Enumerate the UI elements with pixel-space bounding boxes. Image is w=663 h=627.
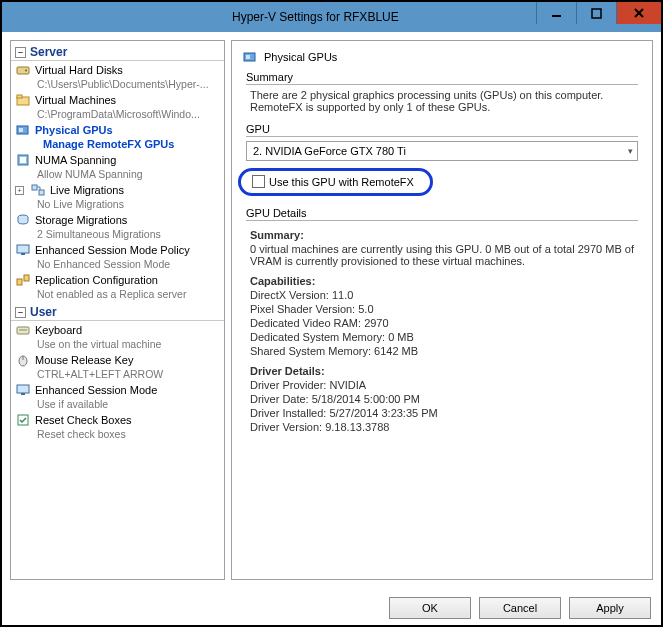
svg-rect-18	[24, 275, 29, 281]
summary-section: Summary There are 2 physical graphics pr…	[246, 71, 638, 113]
tree-item-physical-gpus[interactable]: Physical GPUs Manage RemoteFX GPUs	[13, 121, 222, 151]
storage-icon	[15, 212, 31, 228]
gpu-section: GPU 2. NVIDIA GeForce GTX 780 Ti ▾ Use t…	[246, 123, 638, 433]
cap-directx: DirectX Version: 11.0	[250, 289, 634, 301]
cap-vram: Dedicated Video RAM: 2970	[250, 317, 634, 329]
svg-rect-11	[20, 157, 26, 163]
cap-dedicated-sysmem: Dedicated System Memory: 0 MB	[250, 331, 634, 343]
monitor-icon	[15, 382, 31, 398]
drv-version: Driver Version: 9.18.13.3788	[250, 421, 634, 433]
gpu-details-body: Summary: 0 virtual machines are currentl…	[246, 229, 638, 433]
gpu-details-title: GPU Details	[246, 207, 638, 221]
use-gpu-checkbox-label: Use this GPU with RemoteFX	[269, 176, 414, 188]
svg-rect-12	[32, 185, 37, 190]
apply-button[interactable]: Apply	[569, 597, 651, 619]
details-heading-text: Physical GPUs	[264, 51, 337, 63]
details-summary-text: 0 virtual machines are currently using t…	[250, 243, 634, 267]
svg-rect-4	[17, 67, 29, 74]
svg-rect-27	[246, 55, 250, 59]
drv-provider: Driver Provider: NVIDIA	[250, 379, 634, 391]
svg-rect-17	[17, 279, 22, 285]
use-gpu-checkbox-row[interactable]: Use this GPU with RemoteFX	[246, 175, 638, 188]
cap-shared-sysmem: Shared System Memory: 6142 MB	[250, 345, 634, 357]
section-user-label: User	[30, 305, 57, 319]
chevron-down-icon: ▾	[628, 146, 633, 156]
window-titlebar: Hyper-V Settings for RFXBLUE	[2, 2, 661, 32]
svg-rect-24	[21, 393, 25, 395]
tree-item-replication[interactable]: Replication Configuration Not enabled as…	[13, 271, 222, 301]
tree-item-mouse-release[interactable]: Mouse Release Key CTRL+ALT+LEFT ARROW	[13, 351, 222, 381]
replication-icon	[15, 272, 31, 288]
details-driver-label: Driver Details:	[250, 365, 634, 377]
gpu-dropdown[interactable]: 2. NVIDIA GeForce GTX 780 Ti ▾	[246, 141, 638, 161]
svg-rect-7	[17, 95, 22, 98]
window-maximize-button[interactable]	[576, 2, 616, 24]
mouse-icon	[15, 352, 31, 368]
ok-button[interactable]: OK	[389, 597, 471, 619]
details-summary-label: Summary:	[250, 229, 634, 241]
cap-pixelshader: Pixel Shader Version: 5.0	[250, 303, 634, 315]
tree-item-virtual-machines[interactable]: Virtual Machines C:\ProgramData\Microsof…	[13, 91, 222, 121]
gpu-title: GPU	[246, 123, 638, 137]
settings-tree: – Server Virtual Hard Disks C:\Users\Pub…	[10, 40, 225, 580]
disk-icon	[15, 62, 31, 78]
drv-installed: Driver Installed: 5/27/2014 3:23:35 PM	[250, 407, 634, 419]
chip-icon	[15, 152, 31, 168]
reset-icon	[15, 412, 31, 428]
section-user[interactable]: – User	[11, 301, 224, 321]
tree-item-storage-migrations[interactable]: Storage Migrations 2 Simultaneous Migrat…	[13, 211, 222, 241]
dialog-client-area: – Server Virtual Hard Disks C:\Users\Pub…	[2, 32, 661, 625]
gpu-icon	[15, 122, 31, 138]
summary-text: There are 2 physical graphics processing…	[246, 89, 638, 113]
window-close-button[interactable]	[616, 2, 661, 24]
tree-subitem-manage-remotefx[interactable]: Manage RemoteFX GPUs	[15, 138, 222, 150]
svg-point-5	[25, 70, 27, 72]
svg-rect-9	[19, 128, 23, 132]
svg-rect-13	[39, 190, 44, 195]
tree-item-live-migrations[interactable]: +Live Migrations No Live Migrations	[13, 181, 222, 211]
cancel-button[interactable]: Cancel	[479, 597, 561, 619]
summary-title: Summary	[246, 71, 638, 85]
gpu-dropdown-value: 2. NVIDIA GeForce GTX 780 Ti	[253, 145, 406, 157]
svg-rect-15	[17, 245, 29, 253]
svg-rect-16	[21, 253, 25, 255]
collapse-icon: –	[15, 47, 26, 58]
details-caps-label: Capabilities:	[250, 275, 634, 287]
details-heading: Physical GPUs	[232, 41, 652, 71]
section-server-label: Server	[30, 45, 67, 59]
keyboard-icon	[15, 322, 31, 338]
window-title: Hyper-V Settings for RFXBLUE	[232, 10, 399, 24]
tree-item-virtual-hard-disks[interactable]: Virtual Hard Disks C:\Users\Public\Docum…	[13, 61, 222, 91]
tree-item-numa-spanning[interactable]: NUMA Spanning Allow NUMA Spanning	[13, 151, 222, 181]
expand-icon[interactable]: +	[15, 186, 24, 195]
tree-item-enhanced-session-mode[interactable]: Enhanced Session Mode Use if available	[13, 381, 222, 411]
tree-item-keyboard[interactable]: Keyboard Use on the virtual machine	[13, 321, 222, 351]
svg-rect-23	[17, 385, 29, 393]
monitor-icon	[15, 242, 31, 258]
migration-icon	[30, 182, 46, 198]
details-pane: Physical GPUs Summary There are 2 physic…	[231, 40, 653, 580]
folder-icon	[15, 92, 31, 108]
svg-rect-1	[592, 9, 601, 18]
tree-item-enhanced-session-policy[interactable]: Enhanced Session Mode Policy No Enhanced…	[13, 241, 222, 271]
collapse-icon: –	[15, 307, 26, 318]
dialog-buttons: OK Cancel Apply	[389, 597, 651, 619]
section-server[interactable]: – Server	[11, 41, 224, 61]
tree-item-reset-checkboxes[interactable]: Reset Check Boxes Reset check boxes	[13, 411, 222, 441]
use-gpu-checkbox[interactable]	[252, 175, 265, 188]
drv-date: Driver Date: 5/18/2014 5:00:00 PM	[250, 393, 634, 405]
window-minimize-button[interactable]	[536, 2, 576, 24]
gpu-icon	[242, 49, 258, 65]
